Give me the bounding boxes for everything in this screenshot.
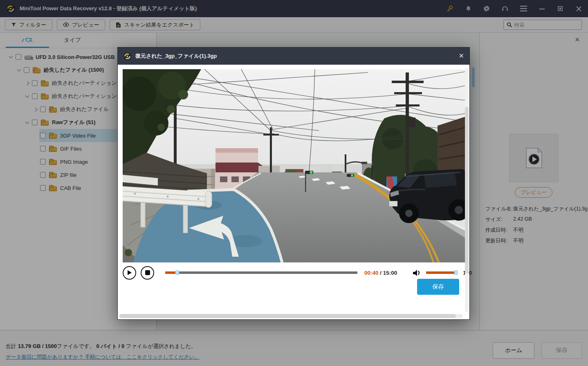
player-controls: 00:40 / 15:00 100 [123, 262, 465, 283]
video-preview-dialog: 復元された_3gp_ファイル(1).3gp ✕ [117, 47, 470, 320]
horizontal-scrollbar-thumb[interactable] [119, 314, 456, 318]
time-display: 00:40 / 15:00 [364, 270, 397, 276]
volume-bar[interactable] [426, 271, 457, 274]
seek-progress [165, 271, 175, 274]
play-icon [127, 270, 132, 276]
dialog-close-icon[interactable]: ✕ [459, 53, 464, 59]
app-logo-icon [123, 52, 132, 61]
dialog-title: 復元された_3gp_ファイル(1).3gp [135, 52, 217, 60]
current-time: 00:40 [364, 270, 379, 276]
vertical-scrollbar-thumb[interactable] [465, 107, 469, 273]
volume-handle[interactable] [454, 270, 458, 275]
time-separator: / [380, 270, 382, 276]
total-time: 15:00 [383, 270, 397, 276]
stop-button[interactable] [141, 266, 154, 280]
dialog-vertical-scrollbar[interactable] [465, 68, 469, 312]
stop-icon [145, 270, 150, 275]
dialog-titlebar: 復元された_3gp_ファイル(1).3gp ✕ [118, 47, 469, 65]
seek-handle[interactable] [175, 270, 179, 275]
dialog-horizontal-scrollbar[interactable] [119, 314, 463, 318]
video-frame [123, 69, 465, 262]
volume-icon[interactable] [413, 269, 421, 277]
dialog-save-button[interactable]: 保存 [417, 279, 459, 295]
seek-bar[interactable] [165, 271, 357, 274]
video-scene [123, 69, 465, 262]
play-button[interactable] [123, 266, 136, 280]
